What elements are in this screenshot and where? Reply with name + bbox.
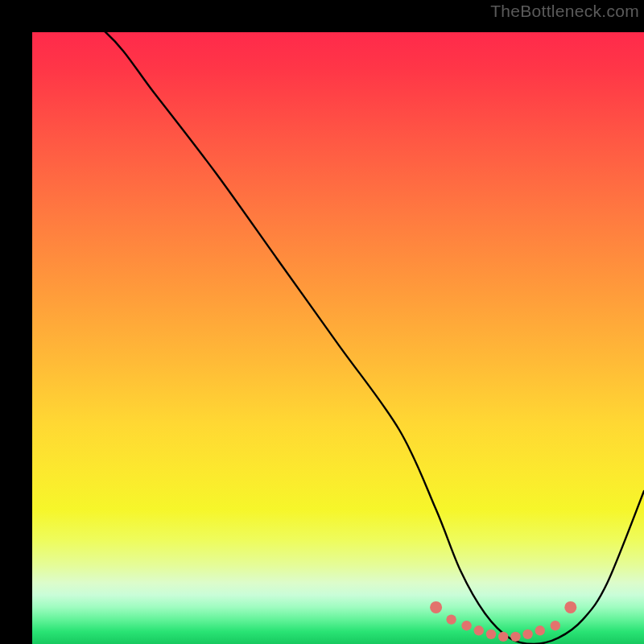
marker-dot — [551, 621, 560, 630]
plot-area — [32, 32, 644, 644]
marker-dot — [564, 601, 576, 613]
marker-dot — [486, 630, 496, 639]
marker-dot — [474, 625, 484, 635]
marker-dot — [498, 632, 508, 642]
marker-dot — [430, 601, 442, 613]
marker-dot — [522, 630, 532, 639]
marker-dot — [535, 625, 545, 635]
curve-layer — [32, 32, 644, 644]
watermark-text: TheBottleneck.com — [490, 2, 639, 21]
marker-dot — [510, 632, 520, 642]
optimal-range-markers — [430, 601, 576, 642]
marker-dot — [446, 614, 456, 624]
bottleneck-curve — [32, 32, 644, 644]
marker-dot — [461, 621, 471, 630]
chart-frame — [16, 16, 628, 628]
